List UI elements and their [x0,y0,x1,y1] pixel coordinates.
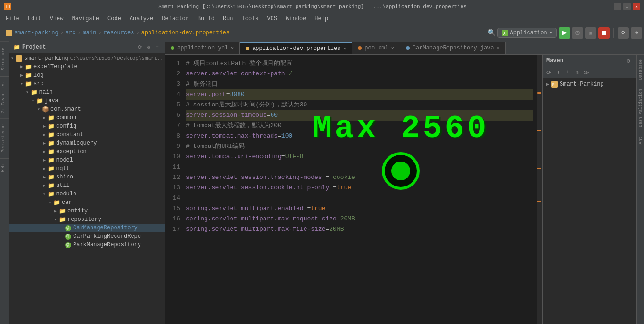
maven-add-button[interactable]: + [563,68,572,77]
maven-project-item[interactable]: ▶ M Smart-Parking [545,80,635,89]
tab-label: pom.xml [364,45,388,51]
maven-more-button[interactable]: ≫ [582,68,591,77]
tree-item-exception[interactable]: ▶ 📁 exception [9,147,165,156]
tree-item-shiro[interactable]: ▶ 📁 shiro [9,173,165,181]
tree-item-src[interactable]: ▾ 📁 src [9,80,165,88]
maven-download-button[interactable]: ⬇ [554,68,562,77]
menu-analyze[interactable]: Analyze [126,15,157,23]
editor-scrollbar[interactable] [537,55,542,324]
code-editor[interactable]: 1 2 3 4 5 6 7 8 9 10 11 12 13 14 15 16 1 [165,55,537,324]
toolbar-right: 🔍 A Application ▾ ▣ ⟳ ⚙ [487,27,642,39]
code-line-2: server.servlet.context-path=/ [186,69,533,79]
line-num: 15 [167,203,180,214]
favorites-tab[interactable]: 2: Favorites [0,76,9,119]
tab-close-button[interactable]: ✕ [391,45,394,51]
debug-button[interactable] [572,27,583,39]
menu-build[interactable]: Build [194,15,218,23]
tab-pomxml[interactable]: pom.xml ✕ [352,42,400,54]
update-button[interactable]: ⟳ [618,27,629,39]
tree-item-entity[interactable]: ▶ 📁 entity [9,207,165,215]
tree-item-mqtt[interactable]: ▶ 📁 mqtt [9,164,165,173]
breadcrumb-resources[interactable]: resources [104,30,134,36]
tree-item-root[interactable]: ▾ smart-parking C:\Users\15067\Desktop\s… [9,54,165,63]
menu-window[interactable]: Window [282,15,310,23]
tree-item-dynamicquery[interactable]: ▶ 📁 dynamicquery [9,139,165,147]
web-tab[interactable]: Web [0,158,9,178]
run-button[interactable] [559,27,570,39]
help-button[interactable]: ⚙ [631,27,642,39]
folder-icon: 📁 [47,122,55,130]
menu-vcs[interactable]: VCS [264,15,281,23]
tree-item-log[interactable]: ▶ 📁 log [9,71,165,80]
code-line-9: # tomcat的URI编码 [186,141,533,152]
tab-applicationyml[interactable]: application.yml ✕ [165,42,240,54]
maven-toolbar: ⟳ ⬇ + m ≫ [543,67,636,78]
folder-icon: 📁 [47,114,55,122]
close-button[interactable]: ✕ [633,3,640,10]
menu-file[interactable]: File [2,15,23,23]
minimize-button[interactable]: − [614,3,621,10]
menu-tools[interactable]: Tools [238,15,263,23]
structure-tab[interactable]: Structure [0,41,9,76]
tree-item-parkmanagerepo[interactable]: @ ParkManageRepository [9,241,165,249]
tab-applicationdevprops[interactable]: application-dev.properties ✕ [240,42,352,54]
menu-help[interactable]: Help [311,15,332,23]
tree-item-config[interactable]: ▶ 📁 config [9,122,165,130]
menu-navigate[interactable]: Navigate [68,15,103,23]
tree-item-model[interactable]: ▶ 📁 model [9,156,165,164]
sync-button[interactable]: ⟳ [136,43,144,51]
folder-icon: 📁 [47,131,55,138]
breadcrumb-main[interactable]: main [83,30,97,36]
settings-button[interactable]: ⚙ [145,43,152,51]
database-tab[interactable]: Database [637,55,644,84]
root-label: smart-parking [24,55,68,62]
breadcrumb-file[interactable]: application-dev.properties [141,30,230,36]
maven-title: Maven [546,57,624,64]
tab-close-button[interactable]: ✕ [343,46,346,51]
code-line-13: server.servlet.session.cookie.http-only … [186,183,533,193]
tab-close-button[interactable]: ✕ [231,45,234,51]
coverage-button[interactable]: ▣ [585,27,596,39]
bean-validation-tab[interactable]: Bean Validation [637,84,644,132]
svg-marker-5 [562,31,567,35]
tree-item-car[interactable]: ▾ 📁 car [9,198,165,207]
tab-carmanagerepo[interactable]: CarManageRepository.java ✕ [400,42,506,54]
line-num: 2 [167,69,180,79]
project-icon: 📁 [13,44,20,51]
menu-bar: File Edit View Navigate Code Analyze Ref… [0,13,644,24]
folder-icon: 📁 [47,182,55,189]
ant-tab[interactable]: Ant [637,132,644,149]
tree-item-carparkingrecord[interactable]: @ CarParkingRecordRepo [9,232,165,241]
spring-java-icon: @ [64,224,72,232]
tree-item-util[interactable]: ▶ 📁 util [9,181,165,190]
maven-run-button[interactable]: m [573,68,581,77]
tab-close-button[interactable]: ✕ [497,45,500,51]
menu-code[interactable]: Code [104,15,125,23]
tree-item-module[interactable]: ▾ 📁 module [9,190,165,198]
maven-settings-button[interactable]: ⚙ [624,57,633,65]
collapse-button[interactable]: − [153,43,161,51]
code-line-6: server.session-timeout=60 [186,110,533,121]
breadcrumb-root[interactable]: smart-parking [14,30,58,36]
tree-item-repository[interactable]: ▾ 📁 repository [9,215,165,224]
run-config-selector[interactable]: A Application ▾ [497,28,557,38]
expand-arrow: ▶ [41,166,47,171]
tree-item-constant[interactable]: ▶ 📁 constant [9,130,165,139]
tree-item-exceltemplate[interactable]: ▶ 📁 excelTemplate [9,63,165,71]
persistence-tab[interactable]: Persistence [0,118,9,158]
tree-item-carmanagerepo[interactable]: @ CarManageRepository [9,224,165,232]
tree-item-java[interactable]: ▾ 📁 java [9,97,165,105]
restore-button[interactable]: □ [623,3,631,10]
run-config-icon: A [502,30,508,36]
stop-button[interactable] [598,27,610,39]
tree-item-comsmart[interactable]: ▾ 📦 com.smart [9,105,165,113]
menu-view[interactable]: View [46,15,67,23]
tree-item-common[interactable]: ▶ 📁 common [9,113,165,122]
menu-edit[interactable]: Edit [24,15,45,23]
search-everywhere-icon[interactable]: 🔍 [487,29,495,37]
tree-item-main[interactable]: ▾ 📁 main [9,88,165,97]
breadcrumb-src[interactable]: src [66,30,76,36]
menu-refactor[interactable]: Refactor [158,15,193,23]
maven-refresh-button[interactable]: ⟳ [545,68,553,77]
menu-run[interactable]: Run [219,15,237,23]
